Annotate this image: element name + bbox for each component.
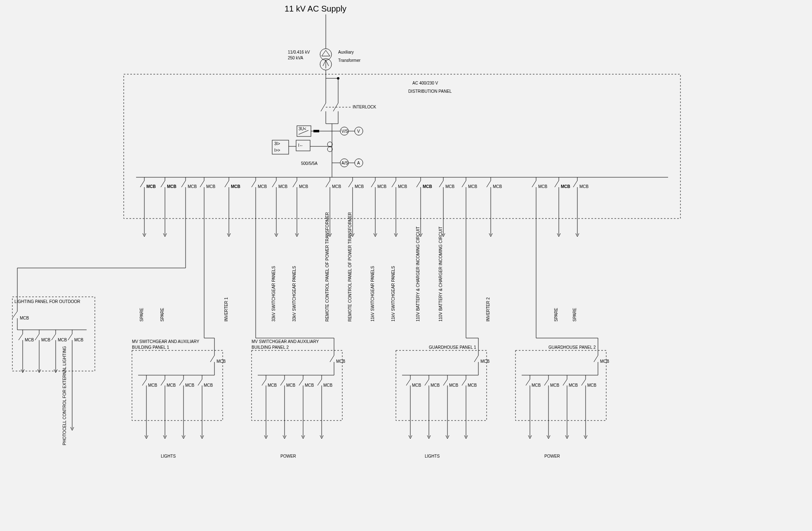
svg-text:MCB: MCB [449, 383, 459, 388]
mcb-label: MCB [146, 184, 156, 189]
mcb-label: MCB [561, 184, 570, 189]
feeder-2: MCB [181, 177, 197, 219]
svg-text:I←: I← [298, 143, 304, 148]
sub-panel-mv1: MV SWITCHGEAR AND AUXILIARYBUILDING PANE… [132, 339, 226, 458]
interlock-label: INTERLOCK [353, 105, 377, 109]
svg-line-90 [532, 181, 536, 187]
svg-line-54 [225, 181, 229, 187]
svg-text:BUILDING PANEL 1: BUILDING PANEL 1 [132, 345, 169, 350]
svg-line-149 [161, 379, 165, 385]
svg-text:MCB: MCB [20, 316, 29, 320]
transformer-symbol [320, 49, 332, 70]
svg-text:MCB: MCB [587, 383, 597, 388]
svg-text:MCB: MCB [550, 383, 560, 388]
svg-text:3I>: 3I> [274, 141, 280, 146]
ct-label: 500/5/5A [301, 161, 318, 166]
svg-line-60 [272, 181, 276, 187]
feeder-13: MCB [439, 177, 455, 219]
svg-line-187 [474, 355, 478, 362]
feeder-label-7: 33kV SWITCHGEAR PANELS [292, 266, 297, 322]
mcb-label: MCB [278, 184, 288, 189]
svg-text:BUILDING PANEL 2: BUILDING PANEL 2 [252, 345, 289, 350]
dist-panel-label-1: AC 400/230 V [412, 81, 438, 85]
svg-line-120 [19, 334, 23, 340]
svg-text:MCB: MCB [185, 383, 195, 388]
feeder-0: MCB [140, 177, 156, 219]
relay-I: I← [296, 140, 310, 151]
feeder-11: MCB [392, 177, 407, 219]
mcb-label: MCB [398, 184, 407, 189]
mcb-label: MCB [188, 184, 197, 189]
svg-line-93 [555, 181, 559, 187]
svg-text:MV SWITCHGEAR AND AUXILIARY: MV SWITCHGEAR AND AUXILIARY [132, 339, 200, 344]
svg-line-84 [462, 181, 466, 187]
feeder-7: MCB [293, 177, 308, 219]
feeder-label-12: 110V BATTERY & CHARGER INCOMING CIRCUIT [416, 226, 420, 322]
svg-text:MCB: MCB [204, 383, 213, 388]
svg-line-140 [210, 355, 214, 362]
xfmr-name-2: Transformer [338, 58, 361, 63]
svg-text:GUARDHOUSE PANEL 2: GUARDHOUSE PANEL 2 [548, 345, 596, 350]
distribution-panel-box [124, 74, 680, 219]
svg-text:MCB: MCB [305, 383, 314, 388]
relay-3U: 3U< [297, 126, 311, 136]
svg-text:LIGHTING PANEL FOR OUTDOOR: LIGHTING PANEL FOR OUTDOOR [14, 299, 80, 304]
svg-text:MCB: MCB [323, 383, 333, 388]
svg-line-115 [12, 311, 17, 318]
svg-line-7 [321, 103, 326, 111]
xfmr-rating-1: 11/0.416 kV [288, 50, 310, 54]
outdoor-lighting-panel: LIGHTING PANEL FOR OUTDOOR MCB MCB MCB M… [12, 297, 95, 445]
feeder-17: MCB [555, 177, 570, 219]
svg-text:MCB: MCB [41, 338, 51, 342]
svg-line-215 [526, 379, 530, 385]
feeder-4: MCB [225, 177, 240, 219]
svg-line-173 [280, 379, 285, 385]
svg-line-63 [293, 181, 297, 187]
svg-line-210 [594, 355, 598, 362]
interlock-icon [321, 103, 351, 124]
svg-text:V: V [357, 129, 360, 134]
svg-line-181 [318, 379, 322, 385]
svg-text:I>>: I>> [274, 148, 280, 153]
feeder-label-6: 33kV SWITCHGEAR PANELS [271, 266, 276, 322]
busbar-feeders: MCBMCBMCBMCBMCBMCBMCBMCBMCBMCBMCBMCBMCBM… [139, 177, 589, 322]
svg-line-145 [142, 379, 146, 385]
feeder-label-13: 110V BATTERY & CHARGER INCOMING CIRCUIT [438, 226, 443, 322]
svg-line-153 [179, 379, 184, 385]
svg-line-200 [443, 379, 447, 385]
svg-line-69 [348, 181, 353, 187]
svg-line-177 [299, 379, 303, 385]
sub-panel-gh1: GUARDHOUSE PANEL 1MCBMCBMCBMCBMCBLIGHTS [396, 345, 490, 458]
feeder-6: MCB [272, 177, 288, 219]
svg-line-48 [181, 181, 186, 187]
svg-text:MCB: MCB [74, 338, 84, 342]
xfmr-name-1: Auxiliary [338, 50, 354, 54]
svg-text:A/S: A/S [341, 161, 348, 165]
feeder-label-9: REMOTE CONTROL PANEL OF POWER TRANSFORME… [348, 212, 352, 322]
mcb-label: MCB [332, 184, 341, 189]
svg-line-42 [140, 181, 144, 187]
svg-point-32 [327, 147, 332, 152]
sub-panel-gh2: GUARDHOUSE PANEL 2MCBMCBMCBMCBMCBPOWER [515, 345, 610, 458]
svg-text:MCB: MCB [412, 383, 421, 388]
mcb-label: MCB [445, 184, 455, 189]
panel-bottom-label: POWER [544, 454, 560, 458]
feeder-label-10: 11kV SWITCHGEAR PANELS [370, 266, 375, 322]
svg-line-78 [417, 181, 421, 187]
feeder-14: MCB [462, 177, 478, 219]
feeder-16: MCB [532, 177, 548, 219]
feeder-1: MCB [161, 177, 177, 219]
mcb-label: MCB [579, 184, 589, 189]
mcb-label: MCB [538, 184, 548, 189]
svg-text:MCB: MCB [569, 383, 578, 388]
svg-text:MCB: MCB [25, 338, 34, 342]
feeder-label-18: SPARE [572, 308, 577, 322]
xfmr-rating-2: 250 kVA [288, 56, 303, 60]
feeder-label-11: 11kV SWITCHGEAR PANELS [391, 266, 395, 322]
mcb-label: MCB [206, 184, 216, 189]
svg-text:V/S: V/S [341, 129, 348, 134]
mcb-label: MCB [231, 184, 240, 189]
svg-line-169 [262, 379, 266, 385]
sub-panel-mv2: MV SWITCHGEAR AND AUXILIARYBUILDING PANE… [252, 339, 346, 458]
diagram-title: 11 kV AC Supply [285, 4, 346, 13]
